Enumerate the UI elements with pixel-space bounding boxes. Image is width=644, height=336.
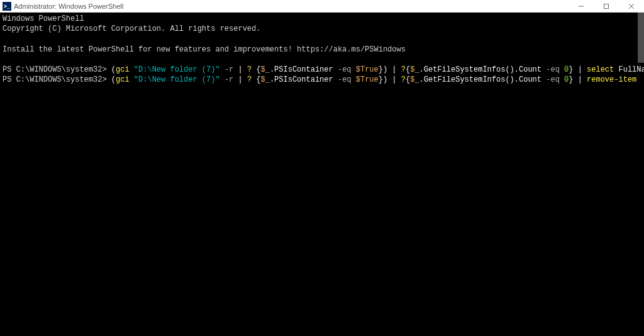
command-token: -r [225,75,233,84]
command-token: }) | [379,65,401,74]
command-token [130,65,134,74]
blank-line [3,34,641,44]
command-token [560,75,564,84]
command-token [220,75,225,84]
command-token: } | [569,65,587,74]
command-token: -eq [338,65,352,74]
install-hint: Install the latest PowerShell for new fe… [3,45,641,55]
command-token: | [233,65,247,74]
terminal-area[interactable]: Windows PowerShell Copyright (C) Microso… [0,13,644,336]
command-token: $_ [261,65,270,74]
command-token [220,65,225,74]
command-token: .GetFileSystemInfos().Count [419,65,547,74]
powershell-icon: >_ [3,2,11,11]
command-token: gci [116,75,130,84]
command-token: -eq [546,65,560,74]
command-token: "D:\New folder (7)" [134,65,220,74]
close-icon [628,3,635,9]
command-token: ? [247,65,252,74]
command-token: .GetFileSystemInfos().Count [419,75,547,84]
window-controls [569,0,644,12]
command-token: | [233,75,247,84]
command-token [352,65,356,74]
command-line: PS C:\WINDOWS\system32> (gci "D:\New fol… [3,65,641,75]
titlebar: >_ Administrator: Windows PowerShell [0,0,644,13]
command-token: -r [225,65,233,74]
command-token: select [587,65,614,74]
header-line-2: Copyright (C) Microsoft Corporation. All… [3,24,641,34]
command-token: -eq [338,75,352,84]
close-button[interactable] [619,0,644,13]
command-token: remove-item [587,75,636,84]
window-title: Administrator: Windows PowerShell [14,3,123,10]
command-line: PS C:\WINDOWS\system32> (gci "D:\New fol… [3,75,641,85]
minimize-icon [578,3,584,9]
command-token: { [252,75,260,84]
command-token: .PSIsContainer [270,75,338,84]
prompt: PS C:\WINDOWS\system32> [3,65,111,74]
command-token [560,65,564,74]
command-token: $_ [410,65,419,74]
command-token: } | [569,75,587,84]
command-token: ( [111,65,116,74]
command-token: "D:\New folder (7)" [134,75,220,84]
maximize-icon [603,3,609,9]
command-token: ? [401,75,406,84]
scrollbar-track[interactable] [635,13,644,336]
command-token: .PSIsContainer [270,65,338,74]
command-token: $True [356,65,379,74]
command-token: -eq [546,75,560,84]
command-token: $_ [410,75,419,84]
command-token [130,75,134,84]
command-token: ? [401,65,406,74]
header-line-1: Windows PowerShell [3,14,641,24]
command-token: $True [356,75,379,84]
prompt: PS C:\WINDOWS\system32> [3,75,111,84]
titlebar-left: >_ Administrator: Windows PowerShell [3,2,123,11]
maximize-button[interactable] [594,0,619,13]
svg-rect-1 [604,4,609,9]
command-token: }) | [379,75,401,84]
command-token: ? [247,75,252,84]
command-token: ( [111,75,116,84]
command-token: $_ [261,75,270,84]
command-token: { [252,65,260,74]
scrollbar-thumb[interactable] [638,13,644,63]
command-token: gci [116,65,130,74]
command-token [352,75,356,84]
minimize-button[interactable] [569,0,594,13]
blank-line [3,55,641,65]
